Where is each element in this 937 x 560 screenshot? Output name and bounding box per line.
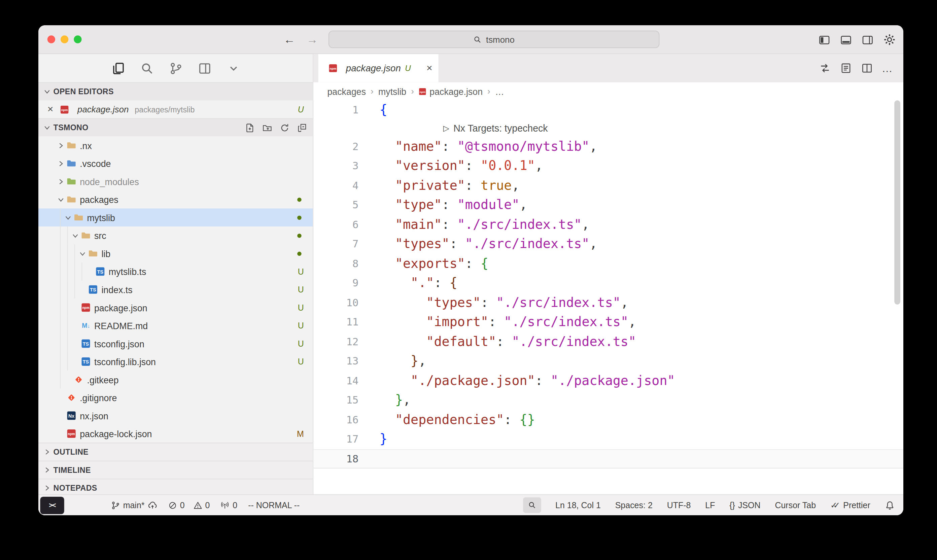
code-line-18[interactable]: 18 bbox=[313, 449, 903, 468]
tree-item-index.ts[interactable]: TSindex.tsU bbox=[38, 280, 313, 298]
compare-changes-icon[interactable] bbox=[819, 62, 831, 74]
modified-indicator-dot bbox=[297, 251, 301, 255]
breadcrumb-item[interactable]: … bbox=[495, 86, 504, 96]
problems-status[interactable]: 0 0 bbox=[168, 500, 210, 510]
encoding[interactable]: UTF-8 bbox=[667, 500, 691, 510]
code-line-12[interactable]: 12 "default": "./src/index.ts" bbox=[313, 332, 903, 351]
chevron-open-icon[interactable] bbox=[71, 231, 80, 240]
togg​le-primary-sidebar-icon[interactable] bbox=[818, 33, 831, 46]
settings-gear-icon[interactable] bbox=[883, 33, 895, 46]
breadcrumb-item[interactable]: npmpackage.json bbox=[419, 86, 483, 96]
tree-item-node_modules[interactable]: node_modules bbox=[38, 172, 313, 191]
eol-sequence[interactable]: LF bbox=[705, 500, 715, 510]
code-line-3[interactable]: 3 "version": "0.0.1", bbox=[313, 156, 903, 176]
explorer-section-header[interactable]: TSMONO bbox=[38, 118, 313, 137]
codelens[interactable]: ▷Nx Targets: typecheck bbox=[313, 120, 903, 137]
code-line-4[interactable]: 4 "private": true, bbox=[313, 176, 903, 195]
more-actions-icon[interactable]: … bbox=[882, 65, 892, 71]
tree-item-packages[interactable]: packages bbox=[38, 191, 313, 209]
code-line-10[interactable]: 10 "types": "./src/index.ts", bbox=[313, 293, 903, 312]
open-editors-section-header[interactable]: OPEN EDITORS bbox=[38, 82, 313, 101]
cursor-position[interactable]: Ln 18, Col 1 bbox=[555, 500, 601, 510]
chevron-closed-icon[interactable] bbox=[57, 159, 66, 168]
navigate-back-button[interactable]: ← bbox=[282, 31, 297, 48]
broadcast-status[interactable]: 0 bbox=[220, 500, 237, 510]
svg-text:TS: TS bbox=[83, 359, 89, 365]
source-control-icon[interactable] bbox=[168, 61, 183, 75]
minimize-window-button[interactable] bbox=[61, 35, 68, 43]
toggle-secondary-sidebar-icon[interactable] bbox=[861, 33, 874, 46]
language-mode[interactable]: {} JSON bbox=[729, 500, 760, 510]
indentation[interactable]: Spaces: 2 bbox=[615, 500, 652, 510]
breadcrumb-item[interactable]: mytslib bbox=[378, 86, 406, 96]
new-file-icon[interactable] bbox=[245, 123, 255, 132]
chevron-open-icon[interactable] bbox=[64, 213, 73, 222]
extensions-icon[interactable] bbox=[197, 61, 212, 75]
chevron-closed-icon[interactable] bbox=[57, 141, 66, 150]
tree-item-mytslib[interactable]: mytslib bbox=[38, 208, 313, 226]
tree-item-nx.json[interactable]: Nxnx.json bbox=[38, 406, 313, 425]
svg-text:TS: TS bbox=[83, 341, 89, 347]
navigate-forward-button[interactable]: → bbox=[305, 31, 320, 48]
code-editor[interactable]: 1{▷Nx Targets: typecheck2 "name": "@tsmo… bbox=[313, 100, 903, 494]
code-line-16[interactable]: 16 "dependencies": {} bbox=[313, 410, 903, 429]
tree-item-.nx[interactable]: .nx bbox=[38, 136, 313, 154]
code-line-15[interactable]: 15 }, bbox=[313, 391, 903, 410]
code-line-2[interactable]: 2 "name": "@tsmono/mytslib", bbox=[313, 137, 903, 156]
maximize-window-button[interactable] bbox=[74, 35, 82, 43]
tree-item-.gitkeep[interactable]: .gitkeep bbox=[38, 371, 313, 389]
formatter-status[interactable]: ✓✓ Prettier bbox=[830, 500, 870, 510]
explorer-icon[interactable] bbox=[111, 61, 125, 75]
outline-section-header[interactable]: OUTLINE bbox=[38, 443, 313, 461]
code-line-8[interactable]: 8 "exports": { bbox=[313, 254, 903, 273]
chevron-open-icon[interactable] bbox=[78, 249, 87, 258]
code-line-5[interactable]: 5 "type": "module", bbox=[313, 195, 903, 215]
close-window-button[interactable] bbox=[48, 35, 55, 43]
remote-indicator[interactable]: >< bbox=[40, 496, 64, 514]
tree-item-.gitignore[interactable]: .gitignore bbox=[38, 389, 313, 407]
app-window: ← → tsmono OPEN EDITORS bbox=[38, 25, 903, 515]
code-line-9[interactable]: 9 ".": { bbox=[313, 273, 903, 293]
code-line-6[interactable]: 6 "main": "./src/index.ts", bbox=[313, 215, 903, 234]
editor-scrollbar[interactable] bbox=[894, 100, 900, 305]
collapse-all-icon[interactable] bbox=[297, 123, 307, 132]
notepads-section-header[interactable]: NOTEPADS bbox=[38, 478, 313, 494]
search-icon[interactable] bbox=[140, 61, 154, 75]
more-views-chevron-icon[interactable] bbox=[226, 61, 241, 75]
open-editor-item[interactable]: × npm package.json packages/mytslib U bbox=[38, 100, 313, 118]
chevron-open-icon[interactable] bbox=[57, 195, 66, 204]
branch-status[interactable]: main* bbox=[111, 500, 157, 510]
tree-item-.vscode[interactable]: .vscode bbox=[38, 154, 313, 173]
code-line-14[interactable]: 14 "./package.json": "./package.json" bbox=[313, 371, 903, 391]
code-line-1[interactable]: 1{ bbox=[313, 100, 903, 120]
close-editor-icon[interactable]: × bbox=[46, 103, 54, 115]
tree-item-README.md[interactable]: M↓README.mdU bbox=[38, 317, 313, 335]
cursor-tab-status[interactable]: Cursor Tab bbox=[775, 500, 816, 510]
toggle-panel-icon[interactable] bbox=[840, 33, 852, 46]
refresh-icon[interactable] bbox=[280, 123, 289, 132]
timeline-section-header[interactable]: TIMELINE bbox=[38, 461, 313, 479]
tree-item-lib[interactable]: lib bbox=[38, 244, 313, 263]
code-line-13[interactable]: 13 }, bbox=[313, 351, 903, 371]
tree-item-src[interactable]: src bbox=[38, 226, 313, 245]
open-changes-icon[interactable] bbox=[840, 62, 852, 74]
screencast-zoom-button[interactable] bbox=[523, 497, 541, 513]
tree-item-package-lock.json[interactable]: npmpackage-lock.jsonM bbox=[38, 425, 313, 443]
code-line-11[interactable]: 11 "import": "./src/index.ts", bbox=[313, 312, 903, 332]
folder-icon bbox=[73, 212, 83, 222]
tree-item-package.json[interactable]: npmpackage.jsonU bbox=[38, 298, 313, 317]
tree-item-tsconfig.lib.json[interactable]: TStsconfig.lib.jsonU bbox=[38, 353, 313, 371]
command-center-search[interactable]: tsmono bbox=[328, 31, 659, 48]
tab-package-json[interactable]: npm package.json U × bbox=[318, 54, 438, 82]
split-editor-icon[interactable] bbox=[861, 62, 873, 74]
new-folder-icon[interactable] bbox=[263, 123, 272, 132]
tree-item-mytslib.ts[interactable]: TSmytslib.tsU bbox=[38, 263, 313, 281]
notifications-bell-icon[interactable] bbox=[885, 500, 895, 510]
code-line-7[interactable]: 7 "types": "./src/index.ts", bbox=[313, 234, 903, 254]
chevron-closed-icon[interactable] bbox=[57, 177, 66, 186]
close-tab-icon[interactable]: × bbox=[426, 62, 432, 74]
code-line-17[interactable]: 17} bbox=[313, 429, 903, 449]
breadcrumb-item[interactable]: packages bbox=[327, 86, 366, 96]
tree-item-tsconfig.json[interactable]: TStsconfig.jsonU bbox=[38, 334, 313, 353]
code-text: "type": "module", bbox=[358, 195, 527, 215]
